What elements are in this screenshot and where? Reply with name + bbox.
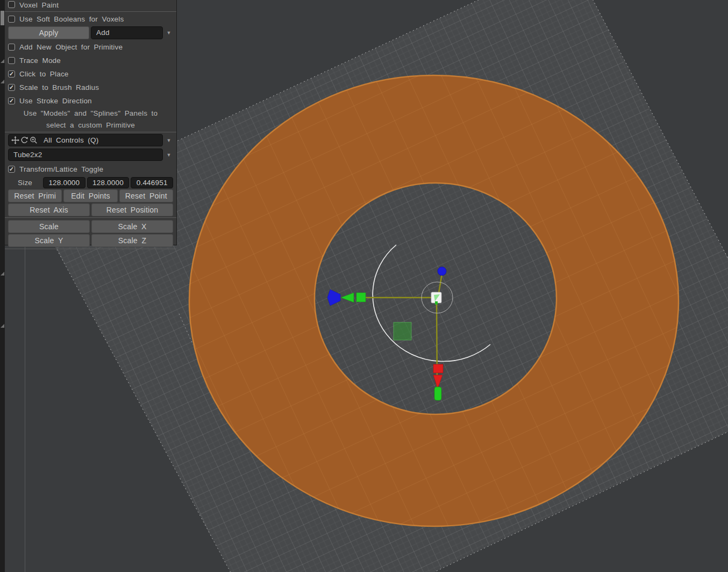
checkbox-row-transform-lattice[interactable]: ✓ Transform/Lattice Toggle	[5, 163, 176, 176]
scale-x-button[interactable]: Scale X	[91, 220, 173, 233]
reset-axis-button[interactable]: Reset Axis	[8, 203, 90, 216]
resize-grip[interactable]	[1, 80, 4, 83]
selection-square	[394, 322, 411, 340]
checkbox-row-scale-to-brush[interactable]: ✓ Scale to Brush Radius	[5, 81, 176, 94]
zoom-in-icon	[30, 136, 38, 144]
primitive-row: Tube2x2 ▼	[5, 148, 176, 161]
checkbox-label: Click to Place	[19, 70, 69, 78]
app-window: Voxel Paint Use Soft Booleans for Voxels…	[0, 0, 728, 572]
reset-point-button[interactable]: Reset Point	[119, 189, 173, 202]
hint-text-line2: select a custom Primitive	[5, 119, 176, 131]
boolean-mode-dropdown[interactable]: Add	[91, 26, 163, 39]
left-scroll-strip[interactable]	[0, 0, 5, 572]
checkbox[interactable]: ✓	[8, 84, 15, 91]
gizmo-handle-z-sphere[interactable]	[438, 267, 446, 276]
size-label: Size	[8, 179, 41, 187]
reset-buttons-row1: Reset Primi Edit Points Reset Point	[5, 189, 176, 202]
resize-grip[interactable]	[1, 272, 4, 276]
primitive-dropdown[interactable]: Tube2x2	[8, 149, 163, 161]
move-icon	[11, 136, 19, 144]
red-cube-handle	[433, 364, 443, 373]
resize-grip[interactable]	[1, 59, 4, 63]
scale-z-button[interactable]: Scale Z	[91, 234, 173, 247]
resize-grip[interactable]	[1, 324, 4, 328]
controls-row: All Controls (Q) ▼	[5, 133, 176, 147]
controls-dropdown-label: All Controls (Q)	[40, 136, 98, 144]
checkbox-row-soft-booleans[interactable]: Use Soft Booleans for Voxels	[5, 12, 176, 26]
size-x-field[interactable]: 128.0000	[43, 177, 85, 188]
checkbox-label: Trace Mode	[19, 57, 61, 65]
green-pill-handle	[434, 387, 441, 400]
apply-button[interactable]: Apply	[8, 26, 89, 39]
checkbox-row-add-new-object[interactable]: Add New Object for Primitive	[5, 40, 176, 54]
checkbox-label: Use Soft Booleans for Voxels	[19, 15, 124, 23]
gizmo-center-cube[interactable]	[431, 292, 441, 305]
reset-position-button[interactable]: Reset Position	[91, 203, 173, 216]
scale-buttons-row2: Scale Y Scale Z	[5, 234, 176, 247]
hint-text-line1: Use "Models" and "Splines" Panels to	[5, 108, 176, 119]
checkbox[interactable]	[8, 57, 15, 64]
checkbox[interactable]	[8, 16, 15, 23]
reset-buttons-row2: Reset Axis Reset Position	[5, 203, 176, 216]
checkbox-label: Voxel Paint	[19, 1, 59, 9]
checkbox-row-voxel-paint[interactable]: Voxel Paint	[5, 0, 176, 11]
scrollbar-thumb[interactable]	[1, 11, 4, 25]
size-y-field[interactable]: 128.0000	[87, 177, 130, 188]
checkbox[interactable]: ✓	[8, 166, 15, 173]
edit-points-button[interactable]: Edit Points	[63, 189, 117, 202]
green-cube-handle	[356, 293, 366, 302]
checkbox-label: Transform/Lattice Toggle	[19, 165, 103, 173]
divider	[5, 249, 176, 249]
divider	[5, 132, 176, 132]
size-z-field[interactable]: 0.446951	[131, 177, 173, 188]
tool-panel: Voxel Paint Use Soft Booleans for Voxels…	[5, 0, 177, 245]
controls-dropdown[interactable]: All Controls (Q)	[8, 134, 163, 146]
divider	[5, 217, 176, 218]
size-row: Size 128.0000 128.0000 0.446951	[5, 176, 176, 189]
checkbox-row-stroke-direction[interactable]: ✓ Use Stroke Direction	[5, 94, 176, 108]
checkbox[interactable]	[8, 44, 15, 51]
chevron-down-icon[interactable]: ▼	[165, 30, 173, 36]
panel-edge-line	[25, 245, 25, 572]
scale-y-button[interactable]: Scale Y	[8, 234, 90, 247]
checkbox[interactable]: ✓	[8, 70, 15, 77]
scale-buttons-row1: Scale Scale X	[5, 220, 176, 233]
apply-row: Apply Add ▼	[5, 26, 176, 39]
reset-primitive-button[interactable]: Reset Primi	[8, 189, 62, 202]
checkbox-label: Use Stroke Direction	[19, 97, 92, 105]
rotate-icon	[20, 136, 28, 144]
checkbox-row-trace-mode[interactable]: Trace Mode	[5, 54, 176, 67]
checkbox-label: Add New Object for Primitive	[19, 43, 123, 51]
divider	[5, 11, 176, 12]
checkbox-row-click-to-place[interactable]: ✓ Click to Place	[5, 67, 176, 81]
chevron-down-icon[interactable]: ▼	[165, 138, 173, 143]
scale-button[interactable]: Scale	[8, 220, 90, 233]
checkbox-label: Scale to Brush Radius	[19, 83, 99, 91]
chevron-down-icon[interactable]: ▼	[165, 152, 173, 158]
controls-icons	[9, 136, 40, 144]
checkbox[interactable]	[8, 1, 15, 8]
checkbox[interactable]: ✓	[8, 97, 15, 104]
